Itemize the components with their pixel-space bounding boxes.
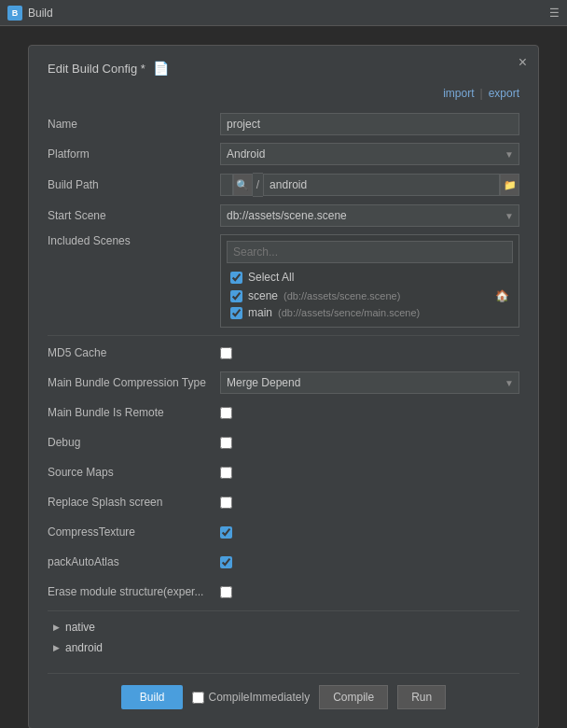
included-scenes-row: Included Scenes Select All scene (db://a… [48, 234, 519, 328]
start-scene-control: db://assets/scene.scene ▼ [220, 204, 519, 227]
pack-auto-atlas-row: packAutoAtlas [48, 551, 519, 573]
path-sub-input[interactable] [263, 174, 500, 196]
path-search-button[interactable]: 🔍 [233, 174, 253, 196]
replace-splash-row: Replace Splash screen [48, 491, 519, 513]
source-maps-checkbox[interactable] [220, 467, 232, 479]
select-all-item: Select All [227, 269, 513, 286]
build-path-control: 🔍 / 📁 [220, 173, 519, 197]
main-bundle-remote-row: Main Bundle Is Remote [48, 401, 519, 424]
md5-cache-row: MD5 Cache [48, 342, 519, 364]
divider-1 [48, 335, 519, 336]
included-scenes-control: Select All scene (db://assets/scene.scen… [220, 234, 519, 328]
scene-checkbox-0[interactable] [230, 290, 242, 302]
scene-checkbox-1[interactable] [230, 307, 242, 319]
titlebar: B Build ☰ [0, 0, 567, 26]
android-collapsible[interactable]: ▶ android [48, 637, 519, 658]
native-arrow: ▶ [53, 623, 60, 632]
native-collapsible[interactable]: ▶ native [48, 617, 519, 637]
pack-auto-atlas-label: packAutoAtlas [48, 555, 220, 568]
main-bundle-remote-checkbox[interactable] [220, 407, 232, 419]
erase-module-label: Erase module structure(exper... [48, 585, 220, 598]
android-label: android [65, 641, 103, 654]
scenes-container: Select All scene (db://assets/scene.scen… [220, 234, 519, 328]
build-path-label: Build Path [48, 178, 220, 191]
build-path-input[interactable] [220, 174, 233, 196]
start-scene-select[interactable]: db://assets/scene.scene [220, 204, 519, 227]
md5-cache-checkbox[interactable] [220, 347, 232, 359]
import-button[interactable]: import [443, 87, 474, 100]
select-all-checkbox[interactable] [230, 272, 242, 284]
md5-cache-control [220, 347, 519, 359]
replace-splash-control [220, 497, 519, 509]
compression-row: Main Bundle Compression Type Merge Depen… [48, 371, 519, 394]
md5-cache-label: MD5 Cache [48, 346, 220, 359]
compile-immediately-checkbox[interactable] [192, 692, 204, 704]
main-bundle-remote-control [220, 407, 519, 419]
modal: × Edit Build Config * 📄 import | export … [28, 45, 539, 728]
name-control [220, 113, 519, 135]
bottom-bar: Build CompileImmediately Compile Run [48, 673, 519, 709]
replace-splash-checkbox[interactable] [220, 497, 232, 509]
scene-item-1: main (db://assets/sence/main.scene) [227, 304, 513, 321]
modal-header: Edit Build Config * 📄 [48, 61, 519, 76]
name-input[interactable] [220, 113, 519, 135]
native-label: native [65, 621, 95, 634]
edit-icon[interactable]: 📄 [153, 61, 169, 76]
start-scene-row: Start Scene db://assets/scene.scene ▼ [48, 204, 519, 227]
compress-texture-control [220, 526, 519, 539]
platform-control: Android iOS Web Windows Mac Linux ▼ [220, 143, 519, 165]
path-slash: / [253, 173, 263, 197]
scene-home-icon-0: 🏠 [495, 289, 509, 302]
scene-name-1: main [248, 306, 272, 319]
compress-texture-row: CompressTexture [48, 521, 519, 543]
modal-actions: import | export [48, 87, 519, 100]
close-button[interactable]: × [519, 55, 527, 70]
compile-immediately-wrapper: CompileImmediately [192, 691, 310, 704]
compression-control: Merge Depend None ZLIB ZSTD JSZip ▼ [220, 371, 519, 394]
menu-icon[interactable]: ☰ [549, 7, 560, 20]
name-row: Name [48, 113, 519, 135]
erase-module-checkbox[interactable] [220, 586, 232, 598]
app-icon: B [7, 6, 22, 21]
divider-2 [48, 610, 519, 611]
compile-button[interactable]: Compile [319, 685, 388, 709]
pack-auto-atlas-checkbox[interactable] [220, 556, 232, 568]
compress-texture-label: CompressTexture [48, 525, 220, 539]
export-button[interactable]: export [489, 87, 519, 100]
action-separator: | [480, 87, 483, 100]
compress-texture-checkbox[interactable] [220, 526, 232, 539]
source-maps-control [220, 467, 519, 479]
modal-title: Edit Build Config * [48, 62, 145, 76]
start-scene-label: Start Scene [48, 209, 220, 222]
pack-auto-atlas-control [220, 556, 519, 568]
compile-immediately-label: CompileImmediately [208, 691, 310, 704]
source-maps-label: Source Maps [48, 466, 220, 479]
platform-select[interactable]: Android iOS Web Windows Mac Linux [220, 143, 519, 165]
included-scenes-label: Included Scenes [48, 234, 220, 247]
select-all-label: Select All [248, 271, 294, 284]
name-label: Name [48, 118, 220, 131]
scene-search-input[interactable] [227, 241, 513, 263]
main-bundle-remote-label: Main Bundle Is Remote [48, 406, 220, 419]
app-title: Build [28, 7, 53, 20]
build-path-inputs: 🔍 / 📁 [220, 173, 519, 197]
source-maps-row: Source Maps [48, 461, 519, 483]
debug-control [220, 437, 519, 449]
compression-label: Main Bundle Compression Type [48, 376, 220, 389]
platform-label: Platform [48, 147, 220, 161]
scene-path-0: (db://assets/scene.scene) [284, 290, 400, 301]
android-arrow: ▶ [53, 643, 60, 652]
run-button[interactable]: Run [397, 685, 446, 709]
build-path-row: Build Path 🔍 / 📁 [48, 173, 519, 197]
compression-select[interactable]: Merge Depend None ZLIB ZSTD JSZip [220, 371, 519, 394]
build-button[interactable]: Build [121, 685, 184, 709]
debug-label: Debug [48, 436, 220, 449]
scene-path-1: (db://assets/sence/main.scene) [278, 307, 420, 318]
debug-checkbox[interactable] [220, 437, 232, 449]
debug-row: Debug [48, 431, 519, 454]
scene-name-0: scene [248, 289, 278, 302]
replace-splash-label: Replace Splash screen [48, 496, 220, 509]
path-folder-button[interactable]: 📁 [500, 174, 519, 196]
platform-row: Platform Android iOS Web Windows Mac Lin… [48, 143, 519, 165]
erase-module-control [220, 586, 519, 598]
